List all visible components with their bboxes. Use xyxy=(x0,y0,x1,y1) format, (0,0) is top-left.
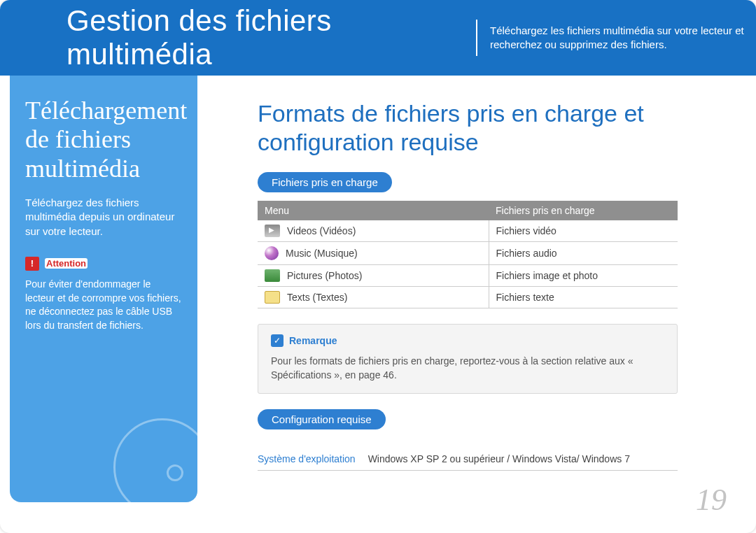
table-header-files: Fichiers pris en charge xyxy=(489,201,678,220)
main-title: Formats de fichiers pris en charge et co… xyxy=(258,99,706,157)
supported-files-table: Menu Fichiers pris en charge Videos (Vid… xyxy=(258,201,678,308)
table-header-menu: Menu xyxy=(258,201,489,220)
left-margin xyxy=(0,76,10,523)
attention-text: Pour éviter d'endommager le lecteur et d… xyxy=(25,278,182,332)
row-menu: Music (Musique) xyxy=(286,248,358,259)
row-files: Fichiers audio xyxy=(489,241,678,264)
os-value: Windows XP SP 2 ou supérieur / Windows V… xyxy=(368,453,630,464)
row-files: Fichiers image et photo xyxy=(489,264,678,286)
row-files: Fichiers vidéo xyxy=(489,220,678,242)
sidebar-title: Téléchargement de fichiers multimédia xyxy=(25,97,182,183)
row-files: Fichiers texte xyxy=(489,286,678,308)
decorative-rings xyxy=(92,397,197,502)
note-body: Pour les formats de fichiers pris en cha… xyxy=(271,354,664,383)
attention-header: Attention xyxy=(25,257,182,271)
note-box: ✓ Remarque Pour les formats de fichiers … xyxy=(258,324,678,395)
page-root: Gestion des fichiers multimédia Téléchar… xyxy=(0,0,756,533)
header-divider xyxy=(476,20,477,56)
table-row: Videos (Vidéos) Fichiers vidéo xyxy=(258,220,678,242)
header: Gestion des fichiers multimédia Téléchar… xyxy=(0,0,756,76)
pill-supported-files: Fichiers pris en charge xyxy=(258,172,392,192)
header-subtitle: Téléchargez les fichiers multimédia sur … xyxy=(490,24,756,52)
header-title: Gestion des fichiers multimédia xyxy=(66,4,463,71)
os-label: Système d'exploitation xyxy=(258,453,356,464)
pill-config: Configuration requise xyxy=(258,409,386,429)
table-row: Texts (Textes) Fichiers texte xyxy=(258,286,678,308)
video-icon xyxy=(265,225,280,237)
note-label: Remarque xyxy=(289,335,337,346)
main-content: Formats de fichiers pris en charge et co… xyxy=(207,90,739,471)
row-menu: Videos (Vidéos) xyxy=(287,225,356,236)
row-menu: Texts (Textes) xyxy=(287,292,347,303)
sidebar: Téléchargement de fichiers multimédia Té… xyxy=(10,76,197,502)
table-row: Pictures (Photos) Fichiers image et phot… xyxy=(258,264,678,286)
text-icon xyxy=(265,291,280,304)
picture-icon xyxy=(265,269,280,282)
attention-label: Attention xyxy=(45,258,88,269)
row-menu: Pictures (Photos) xyxy=(287,270,362,281)
table-row: Music (Musique) Fichiers audio xyxy=(258,241,678,264)
os-requirement-row: Système d'exploitation Windows XP SP 2 o… xyxy=(258,448,678,471)
note-checkmark-icon: ✓ xyxy=(271,334,284,347)
attention-icon xyxy=(25,257,39,271)
music-icon xyxy=(265,246,279,260)
page-number: 19 xyxy=(696,482,727,518)
sidebar-desc: Téléchargez des fichiers multimédia depu… xyxy=(25,196,182,239)
